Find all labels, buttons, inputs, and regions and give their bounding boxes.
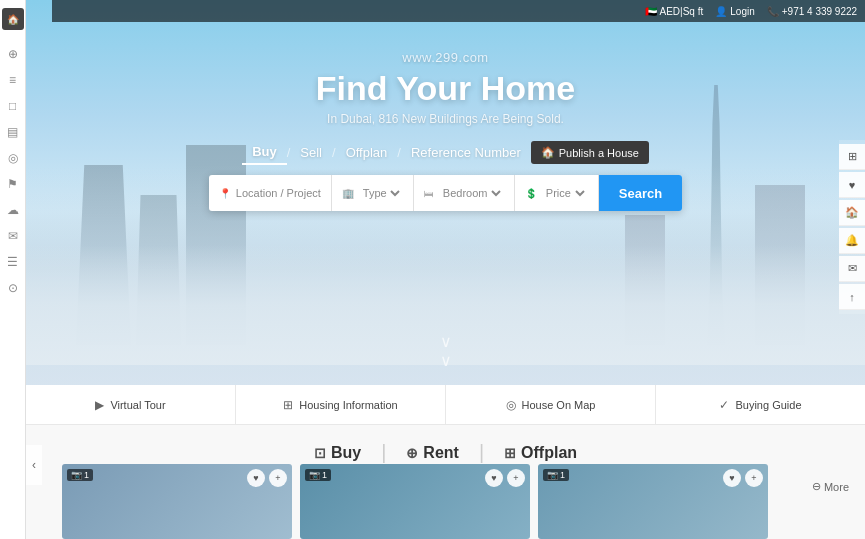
buying-guide-icon: ✓ [719,398,729,412]
right-sidebar-chat[interactable]: ✉ [839,256,865,282]
virtual-tour-icon: ▶ [95,398,104,412]
currency-label: AED|Sq ft [660,6,704,17]
sidebar-icon-grid[interactable]: ⊕ [5,46,21,62]
publish-btn[interactable]: 🏠 Publish a House [531,141,649,164]
logo-icon: 🏠 [7,14,19,25]
chevron-down-icon-1: ∨ [440,332,452,351]
left-sidebar: 🏠 ⊕ ≡ □ ▤ ◎ ⚑ ☁ ✉ ☰ ⊙ [0,0,26,539]
section-tab-buy[interactable]: ⊡ Buy [314,444,361,462]
card-heart-2[interactable]: ♥ [485,469,503,487]
card-heart-1[interactable]: ♥ [247,469,265,487]
right-sidebar-heart[interactable]: ♥ [839,172,865,198]
property-card-3[interactable]: 📷 1 ♥ + [538,464,768,539]
card-actions-1: ♥ + [247,469,287,487]
virtual-tour-nav[interactable]: ▶ Virtual Tour [26,385,236,424]
tab-sell[interactable]: Sell [290,141,332,164]
bottom-nav: ▶ Virtual Tour ⊞ Housing Information ◎ H… [26,385,865,425]
sidebar-icon-menu[interactable]: ≡ [5,72,21,88]
login-btn[interactable]: 👤 Login [715,6,754,17]
type-icon: 🏢 [342,188,354,199]
right-sidebar-home[interactable]: 🏠 [839,200,865,226]
hero-section: 🇦🇪 AED|Sq ft 👤 Login 📞 +971 4 339 9222 E… [26,0,865,385]
bedroom-icon: 🛏 [424,188,434,199]
camera-icon-1: 📷 [71,470,82,480]
property-card-2[interactable]: 📷 1 ♥ + [300,464,530,539]
hero-title: Find Your Home [316,69,575,108]
property-cards-row: 📷 1 ♥ + 📷 1 ♥ + 📷 1 [52,464,865,539]
tab-reference[interactable]: Reference Number [401,141,531,164]
location-placeholder: Location / Project [236,187,321,199]
price-field[interactable]: 💲 Price [515,175,599,211]
sidebar-icon-flag[interactable]: ⚑ [5,176,21,192]
section-tabs-area: ⊡ Buy | ⊕ Rent | ⊞ Offplan ⊖ More 📷 1 ♥ … [26,425,865,539]
sidebar-icon-user[interactable]: ⊙ [5,280,21,296]
right-sidebar-grid[interactable]: ⊞ [839,144,865,170]
card-badge-2: 📷 1 [305,469,331,481]
section-tab-offplan[interactable]: ⊞ Offplan [504,444,577,462]
section-divider-2: | [479,441,484,464]
right-sidebar: ⊞ ♥ 🏠 🔔 ✉ ↑ [839,140,865,314]
bedroom-select[interactable]: Bedroom [439,186,504,200]
bedroom-field[interactable]: 🛏 Bedroom [414,175,515,211]
buying-guide-nav[interactable]: ✓ Buying Guide [656,385,865,424]
price-select[interactable]: Price [542,186,588,200]
sidebar-icon-cloud[interactable]: ☁ [5,202,21,218]
type-select[interactable]: Type [359,186,403,200]
currency-unit[interactable]: 🇦🇪 AED|Sq ft [645,6,704,17]
card-plus-1[interactable]: + [269,469,287,487]
camera-icon-2: 📷 [309,470,320,480]
location-icon: 📍 [219,188,231,199]
sidebar-icon-settings[interactable]: ☰ [5,254,21,270]
sidebar-icon-location[interactable]: ◎ [5,150,21,166]
scroll-down-btn[interactable]: ∨ ∨ [440,332,452,370]
home-icon: 🏠 [541,146,555,159]
card-heart-3[interactable]: ♥ [723,469,741,487]
property-card-1[interactable]: 📷 1 ♥ + [62,464,292,539]
section-tab-rent[interactable]: ⊕ Rent [406,444,459,462]
buy-tab-icon: ⊡ [314,445,326,461]
logo[interactable]: 🏠 [2,8,24,30]
offplan-tab-icon: ⊞ [504,445,516,461]
hero-url: www.299.com [402,50,488,65]
card-badge-3: 📷 1 [543,469,569,481]
card-plus-3[interactable]: + [745,469,763,487]
card-actions-3: ♥ + [723,469,763,487]
flag-icon: 🇦🇪 [645,6,657,17]
right-sidebar-up[interactable]: ↑ [839,284,865,310]
sidebar-icon-square[interactable]: □ [5,98,21,114]
scroll-arrow-left[interactable]: ‹ [26,445,42,485]
arrow-left-icon: ‹ [32,458,36,472]
section-divider-1: | [381,441,386,464]
tab-buy[interactable]: Buy [242,140,287,165]
house-on-map-nav[interactable]: ◎ House On Map [446,385,656,424]
type-field[interactable]: 🏢 Type [332,175,414,211]
search-button[interactable]: Search [599,175,682,211]
rent-tab-icon: ⊕ [406,445,418,461]
camera-icon-3: 📷 [547,470,558,480]
chevron-down-icon-2: ∨ [440,351,452,370]
sidebar-icon-list[interactable]: ▤ [5,124,21,140]
right-sidebar-bell[interactable]: 🔔 [839,228,865,254]
price-icon: 💲 [525,188,537,199]
top-bar: 🇦🇪 AED|Sq ft 👤 Login 📞 +971 4 339 9222 E… [52,0,865,22]
card-badge-1: 📷 1 [67,469,93,481]
search-tabs: Buy / Sell / Offplan / Reference Number … [242,140,649,165]
housing-info-icon: ⊞ [283,398,293,412]
housing-info-nav[interactable]: ⊞ Housing Information [236,385,446,424]
hero-content: www.299.com Find Your Home In Dubai, 816… [26,50,865,211]
phone-number[interactable]: 📞 +971 4 339 9222 [767,6,857,17]
tab-offplan[interactable]: Offplan [336,141,398,164]
hero-subtitle: In Dubai, 816 New Buildings Are Being So… [327,112,564,126]
sidebar-icon-mail[interactable]: ✉ [5,228,21,244]
card-actions-2: ♥ + [485,469,525,487]
user-icon: 👤 [715,6,727,17]
location-field[interactable]: 📍 Location / Project [209,175,332,211]
map-icon: ◎ [506,398,516,412]
search-bar: 📍 Location / Project 🏢 Type 🛏 Bedroom 💲 … [209,175,682,211]
phone-icon: 📞 [767,6,779,17]
card-plus-2[interactable]: + [507,469,525,487]
